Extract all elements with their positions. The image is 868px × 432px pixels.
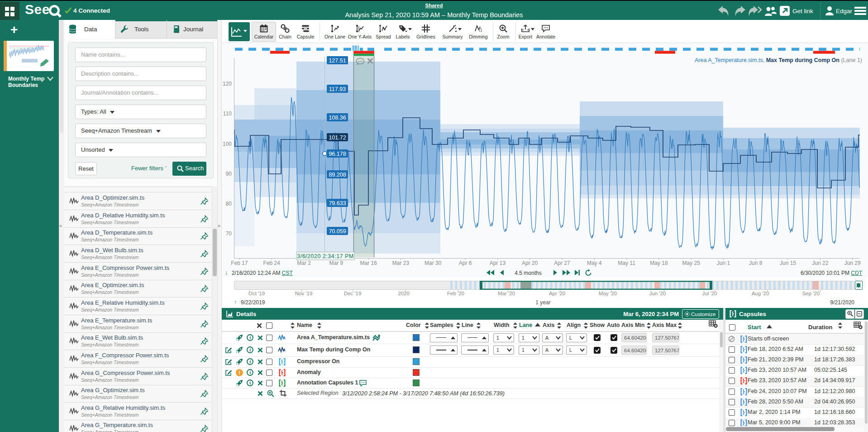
svg-text:Feb 17: Feb 17 [231, 260, 248, 266]
svg-text:May 4: May 4 [587, 260, 602, 266]
svg-text:110: 110 [223, 110, 232, 117]
svg-text:90: 90 [226, 171, 232, 177]
svg-text:101.72: 101.72 [329, 134, 346, 141]
svg-text:May 25: May 25 [682, 260, 701, 266]
svg-text:Mar 23: Mar 23 [392, 260, 410, 266]
svg-text:Apr 20: Apr 20 [522, 260, 538, 266]
svg-text:Apr 13: Apr 13 [490, 260, 506, 266]
svg-text:May 11: May 11 [618, 260, 635, 266]
svg-text:Apr 27: Apr 27 [554, 260, 570, 266]
svg-text:Apr 6: Apr 6 [459, 260, 472, 266]
svg-text:127.51: 127.51 [329, 58, 346, 64]
svg-text:Jun 29: Jun 29 [844, 260, 861, 266]
svg-text:Jun 15: Jun 15 [780, 260, 796, 266]
svg-text:108.36: 108.36 [329, 115, 346, 121]
svg-text:Feb 24: Feb 24 [263, 260, 281, 266]
svg-text:79.633: 79.633 [329, 200, 346, 206]
svg-text:Mar 16: Mar 16 [360, 260, 377, 266]
svg-text:100: 100 [223, 141, 232, 147]
svg-text:Mar 2: Mar 2 [297, 260, 311, 266]
svg-text:3/6/2020 2:34:17 PM: 3/6/2020 2:34:17 PM [297, 253, 354, 259]
svg-text:89.208: 89.208 [329, 172, 346, 178]
svg-text:70.059: 70.059 [329, 228, 346, 235]
svg-text:Jun 1: Jun 1 [717, 260, 730, 266]
svg-text:Mar 30: Mar 30 [424, 260, 442, 266]
svg-text:May 18: May 18 [650, 260, 668, 266]
svg-text:Jun 22: Jun 22 [812, 260, 828, 266]
svg-text:Jun 8: Jun 8 [749, 260, 763, 266]
svg-text:120: 120 [223, 81, 232, 87]
svg-text:117.93: 117.93 [329, 86, 346, 92]
svg-text:Area A_Temperature.sim.ts, Max: Area A_Temperature.sim.ts, Max Temp duri… [695, 57, 862, 63]
svg-text:80: 80 [226, 201, 232, 207]
svg-text:70: 70 [226, 230, 232, 237]
svg-text:Mar 9: Mar 9 [329, 260, 343, 266]
svg-text:96.178: 96.178 [329, 151, 346, 157]
